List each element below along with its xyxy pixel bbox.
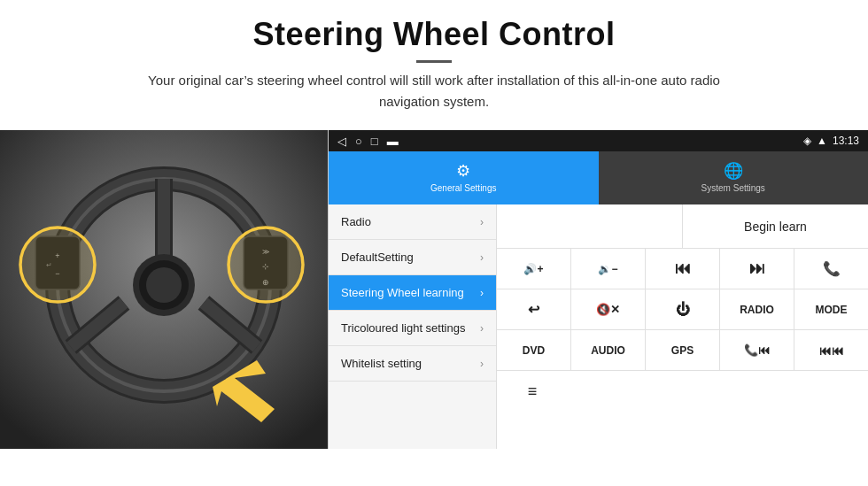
vol-down-button[interactable]: 🔉− — [571, 249, 646, 289]
steering-wheel-svg: + − ↵ ≫ ⊹ ⊕ — [0, 130, 328, 449]
page-header: Steering Wheel Control Your original car… — [0, 0, 868, 121]
chevron-radio: › — [480, 216, 484, 228]
mode-label: MODE — [816, 304, 848, 316]
dvd-label: DVD — [523, 344, 545, 357]
phone-prev-icon: 📞⏮ — [744, 343, 770, 357]
tab-system-label: System Settings — [701, 183, 765, 193]
tab-bar: ⚙ General Settings 🌐 System Settings — [329, 151, 868, 204]
chevron-tricoloured: › — [480, 322, 484, 335]
status-bar: ◁ ○ □ ▬ ◈ ▲ 13:13 — [329, 130, 868, 151]
ctrl-row-3: ↩ 🔇✕ ⏻ RADIO MODE — [497, 289, 868, 330]
menu-item-defaultsetting[interactable]: DefaultSetting › — [329, 240, 496, 275]
menu-item-steering-wheel[interactable]: Steering Wheel learning › — [329, 275, 496, 311]
vol-up-icon: 🔊+ — [523, 263, 543, 275]
main-content: + − ↵ ≫ ⊹ ⊕ ◁ ○ □ ▬ ◈ ▲ — [0, 130, 868, 449]
car-image-area: + − ↵ ≫ ⊹ ⊕ — [0, 130, 328, 449]
radio-label: RADIO — [740, 304, 774, 316]
nav-home-icon[interactable]: ○ — [355, 135, 362, 148]
radio-button[interactable]: RADIO — [720, 289, 794, 329]
menu-label-tricoloured: Tricoloured light settings — [341, 321, 465, 335]
phone-icon: 📞 — [823, 260, 841, 277]
vol-up-button[interactable]: 🔊+ — [497, 249, 571, 289]
prev-icon: ⏮ — [675, 259, 691, 278]
phone-prev-button[interactable]: 📞⏮ — [720, 330, 794, 370]
chevron-defaultsetting: › — [480, 251, 484, 264]
prev-track-button[interactable]: ⏮ — [646, 249, 720, 289]
gps-label: GPS — [671, 344, 694, 357]
chevron-steering-wheel: › — [480, 287, 484, 299]
back-call-icon: ↩ — [528, 301, 539, 318]
mode-button[interactable]: MODE — [794, 289, 868, 329]
chevron-whitelist: › — [480, 358, 484, 370]
phone-button[interactable]: 📞 — [794, 249, 868, 289]
page-title: Steering Wheel Control — [18, 16, 850, 53]
tab-general-label: General Settings — [430, 183, 497, 193]
menu-icon-button[interactable]: ≡ — [497, 371, 568, 412]
menu-item-tricoloured[interactable]: Tricoloured light settings › — [329, 311, 496, 346]
menu-list-icon: ≡ — [528, 382, 538, 401]
menu-label-defaultsetting: DefaultSetting — [341, 251, 414, 264]
menu-label-radio: Radio — [341, 215, 371, 228]
next-track-button[interactable]: ⏭ — [720, 249, 794, 289]
general-settings-icon: ⚙ — [456, 161, 470, 181]
audio-button[interactable]: AUDIO — [571, 330, 646, 370]
menu-list: Radio › DefaultSetting › Steering Wheel … — [329, 204, 497, 449]
svg-point-22 — [229, 228, 303, 302]
time-display: 13:13 — [833, 135, 859, 147]
menu-label-steering-wheel: Steering Wheel learning — [341, 286, 464, 299]
ctrl-row-5: ≡ — [497, 371, 868, 412]
control-panel: Begin learn 🔊+ 🔉− ⏮ — [497, 204, 868, 449]
next-icon: ⏭ — [749, 259, 765, 278]
power-button[interactable]: ⏻ — [646, 289, 720, 329]
menu-item-whitelist[interactable]: Whitelist setting › — [329, 346, 496, 382]
page-subtitle: Your original car’s steering wheel contr… — [133, 70, 735, 112]
menu-area: Radio › DefaultSetting › Steering Wheel … — [329, 204, 868, 449]
audio-label: AUDIO — [591, 344, 625, 357]
svg-point-12 — [146, 267, 182, 303]
mute-icon: 🔇✕ — [596, 303, 620, 316]
ctrl-row-2: 🔊+ 🔉− ⏮ ⏭ 📞 — [497, 249, 868, 289]
signal-icon: ▲ — [817, 135, 827, 147]
system-settings-icon: 🌐 — [724, 161, 743, 181]
nav-back-icon[interactable]: ◁ — [337, 135, 346, 148]
gps-button[interactable]: GPS — [646, 330, 720, 370]
control-grid: 🔊+ 🔉− ⏮ ⏭ 📞 — [497, 249, 868, 412]
title-divider — [416, 60, 452, 63]
nav-recent-icon[interactable]: □ — [371, 135, 378, 148]
menu-label-whitelist: Whitelist setting — [341, 357, 422, 370]
status-right: ◈ ▲ 13:13 — [803, 135, 859, 147]
empty-box — [497, 204, 683, 248]
rew-button[interactable]: ⏮⏮ — [794, 330, 868, 370]
dvd-button[interactable]: DVD — [497, 330, 571, 370]
power-icon: ⏻ — [676, 302, 690, 318]
location-icon: ◈ — [803, 135, 811, 147]
mute-button[interactable]: 🔇✕ — [571, 289, 646, 329]
tab-system-settings[interactable]: 🌐 System Settings — [599, 151, 869, 204]
back-call-button[interactable]: ↩ — [497, 289, 571, 329]
begin-learn-button[interactable]: Begin learn — [683, 204, 868, 248]
rew-icon: ⏮⏮ — [819, 343, 844, 358]
control-row-1: Begin learn — [497, 204, 868, 249]
nav-extra-icon[interactable]: ▬ — [387, 135, 399, 148]
android-ui: ◁ ○ □ ▬ ◈ ▲ 13:13 ⚙ General Settings 🌐 S… — [328, 130, 868, 449]
ctrl-row-4: DVD AUDIO GPS 📞⏮ ⏮⏮ — [497, 330, 868, 371]
vol-down-icon: 🔉− — [598, 263, 617, 275]
nav-buttons: ◁ ○ □ ▬ — [337, 135, 399, 148]
tab-general-settings[interactable]: ⚙ General Settings — [329, 151, 599, 204]
svg-point-21 — [20, 228, 95, 302]
menu-item-radio[interactable]: Radio › — [329, 204, 496, 240]
